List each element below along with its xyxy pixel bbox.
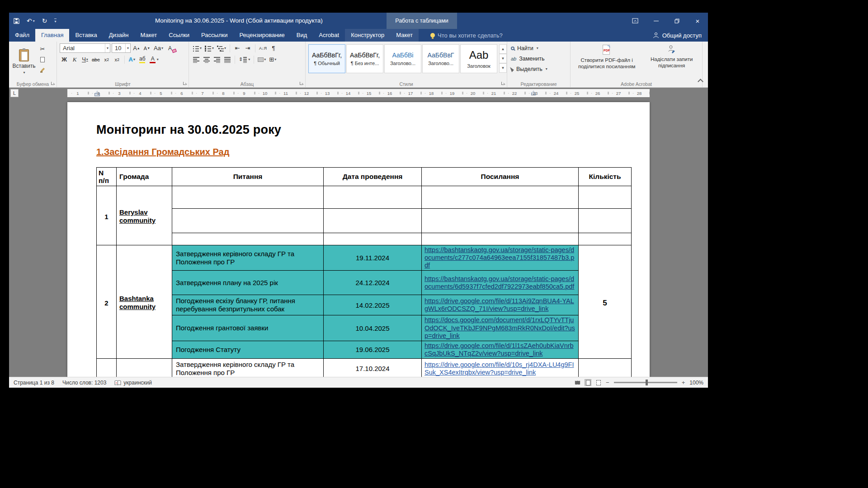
zoom-out-icon[interactable]: − [606, 380, 609, 385]
minimize-button[interactable] [646, 13, 666, 29]
bullets-icon[interactable]: ▾ [192, 43, 203, 53]
line-spacing-icon[interactable]: ⇕▾ [238, 55, 251, 64]
highlight-color-icon[interactable]: аб [138, 55, 147, 64]
bold-icon[interactable]: Ж [60, 55, 69, 64]
underline-icon[interactable]: Ч▾ [80, 55, 90, 64]
tab-ссылки[interactable]: Ссылки [163, 29, 195, 42]
text-effects-icon[interactable]: А▾ [127, 55, 137, 64]
zoom-slider[interactable] [614, 382, 677, 383]
create-pdf-button[interactable]: PDF Створити PDF-файл і поділитися посил… [573, 44, 640, 70]
tab-дизайн[interactable]: Дизайн [103, 29, 135, 42]
copy-icon[interactable] [38, 55, 47, 64]
zoom-slider-thumb[interactable] [646, 380, 648, 385]
ruler-unit: 28 [629, 89, 650, 97]
style-card-4[interactable]: АabЗаголовок [460, 44, 497, 73]
clipboard-dialog-launcher-icon[interactable] [51, 82, 55, 86]
web-layout-icon[interactable] [595, 380, 601, 385]
tab-вставка[interactable]: Вставка [69, 29, 103, 42]
language-status[interactable]: украинский [114, 380, 152, 386]
tell-me-box[interactable]: Что вы хотите сделать? [430, 29, 503, 42]
shading-icon[interactable]: ▾ [257, 55, 267, 64]
tab-рассылки[interactable]: Рассылки [195, 29, 233, 42]
align-left-icon[interactable] [192, 55, 201, 64]
document-hyperlink[interactable]: https://docs.google.com/document/d/1rxLQ… [425, 316, 576, 339]
tab-главная[interactable]: Главная [35, 29, 69, 42]
align-center-icon[interactable] [202, 55, 211, 64]
borders-icon[interactable]: ⊞▾ [268, 55, 277, 64]
paste-label: Вставить [13, 63, 36, 69]
style-card-2[interactable]: АаБбВіЗаголово... [384, 44, 421, 73]
document-hyperlink[interactable]: https://drive.google.com/file/d/113Ai9Zq… [425, 297, 576, 313]
shrink-font-icon[interactable]: А▼ [142, 43, 151, 53]
styles-scroll-down-icon[interactable]: ▼ [499, 54, 507, 63]
sort-icon[interactable]: А↓Я [258, 43, 268, 53]
find-button[interactable]: Найти ▾ [510, 43, 567, 53]
tab-рецензирование[interactable]: Рецензирование [233, 29, 290, 42]
align-right-icon[interactable] [212, 55, 222, 64]
font-dialog-launcher-icon[interactable] [183, 82, 187, 86]
tab-макет[interactable]: Макет [134, 29, 163, 42]
font-group-label: Шрифт [57, 81, 189, 87]
show-marks-icon[interactable]: ¶ [269, 43, 278, 53]
document-hyperlink[interactable]: https://drive.google.com/file/d/10s_rj4D… [425, 361, 576, 376]
style-card-0[interactable]: АаБбВвГг,¶ Обычный [308, 44, 345, 73]
restore-button[interactable] [666, 13, 687, 29]
word-count-status[interactable]: Число слов: 1203 [62, 380, 106, 386]
tab-stop-selector[interactable]: L [10, 89, 19, 97]
styles-scroll-up-icon[interactable]: ▲ [499, 44, 507, 54]
grow-font-icon[interactable]: А▲ [132, 43, 141, 53]
zoom-percent[interactable]: 100% [689, 380, 703, 386]
page-count-status[interactable]: Страница 1 из 8 [14, 380, 54, 386]
horizontal-ruler[interactable]: 1234567891011121314151617181920212223242… [67, 89, 650, 97]
numbering-icon[interactable]: ▾ [204, 43, 215, 53]
context-tab-конструктор[interactable]: Конструктор [345, 29, 390, 42]
undo-icon[interactable]: ↶▾ [27, 17, 35, 24]
paste-button[interactable]: Вставить ▾ [12, 43, 36, 80]
send-signatures-button[interactable]: Надіслати запити підписання [644, 44, 699, 69]
replace-button[interactable]: ab Заменить [510, 54, 567, 63]
share-button[interactable]: Общий доступ [646, 29, 708, 42]
strikethrough-icon[interactable]: abc [91, 55, 101, 64]
font-size-combo[interactable]: 10 ▾ [112, 43, 131, 53]
styles-more-icon[interactable]: ▼ [499, 63, 507, 73]
superscript-icon[interactable]: x2 [113, 55, 122, 64]
style-card-1[interactable]: АаБбВвГг,¶ Без инте... [346, 44, 383, 73]
tab-вид[interactable]: Вид [291, 29, 313, 42]
customize-qat-icon[interactable]: ▾ [54, 19, 56, 23]
cell-question: Погодження грантової заявки [172, 315, 324, 341]
read-mode-icon[interactable] [575, 380, 580, 385]
font-name-combo[interactable]: Arial ▾ [60, 43, 110, 53]
save-icon[interactable] [14, 18, 19, 24]
change-case-icon[interactable]: Аа▾ [153, 43, 164, 53]
document-page[interactable]: Моніторинг на 30.06.2025 року 1.Засіданн… [67, 102, 650, 377]
subscript-icon[interactable]: x2 [102, 55, 111, 64]
close-button[interactable]: × [687, 13, 708, 29]
print-layout-icon[interactable] [585, 380, 591, 385]
justify-icon[interactable] [223, 55, 232, 64]
document-hyperlink[interactable]: https://bashtanskaotg.gov.ua/storage/sta… [425, 275, 576, 291]
format-painter-icon[interactable] [38, 65, 47, 75]
italic-icon[interactable]: К [70, 55, 79, 64]
tab-acrobat[interactable]: Acrobat [313, 29, 345, 42]
ribbon-display-options-icon[interactable] [625, 13, 646, 29]
style-card-3[interactable]: АаБбВвГЗаголово... [422, 44, 459, 73]
multilevel-list-icon[interactable]: ▾ [216, 43, 227, 53]
redo-icon[interactable]: ↻ [42, 17, 47, 24]
clear-formatting-icon[interactable]: А [165, 43, 175, 53]
context-tab-макет[interactable]: Макет [390, 29, 419, 42]
font-color-icon[interactable]: А▾ [148, 55, 157, 64]
styles-dialog-launcher-icon[interactable] [501, 82, 505, 86]
cell-number: 1 [97, 186, 117, 245]
tab-file[interactable]: Файл [9, 29, 35, 42]
decrease-indent-icon[interactable]: ⇤ [233, 43, 242, 53]
select-button[interactable]: Выделить ▾ [510, 64, 567, 74]
document-hyperlink[interactable]: https://bashtanskaotg.gov.ua/storage/sta… [425, 246, 576, 269]
paragraph-dialog-launcher-icon[interactable] [300, 82, 304, 86]
increase-indent-icon[interactable]: ⇥ [243, 43, 252, 53]
tell-me-label: Что вы хотите сделать? [438, 32, 503, 39]
status-bar: Страница 1 из 8 Число слов: 1203 украинс… [9, 377, 708, 388]
document-hyperlink[interactable]: https://drive.google.com/file/d/1l1sZAeh… [425, 342, 576, 357]
style-label: Заголово... [428, 61, 453, 66]
zoom-in-icon[interactable]: + [682, 380, 685, 385]
cut-icon[interactable]: ✂ [38, 44, 47, 54]
